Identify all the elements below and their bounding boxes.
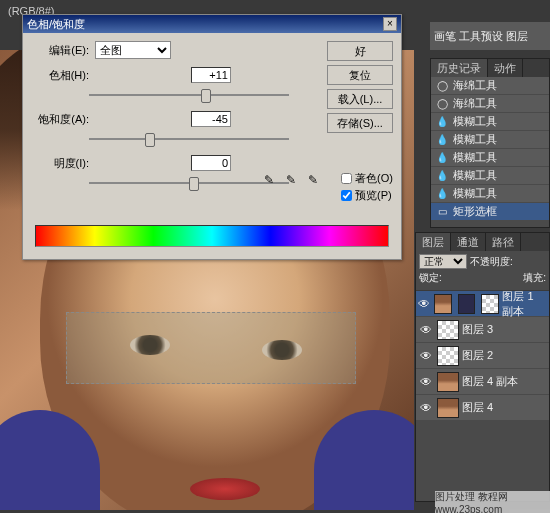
history-item-label: 海绵工具 bbox=[453, 78, 497, 93]
watermark: 图片处理 教程网 www.23ps.com bbox=[435, 491, 550, 513]
history-item-label: 模糊工具 bbox=[453, 132, 497, 147]
history-item[interactable]: 💧模糊工具 bbox=[431, 131, 549, 149]
history-item[interactable]: 💧模糊工具 bbox=[431, 185, 549, 203]
color-spectrum bbox=[35, 225, 389, 247]
cancel-button[interactable]: 复位 bbox=[327, 65, 393, 85]
history-tool-icon: 💧 bbox=[435, 115, 449, 129]
edit-label: 编辑(E): bbox=[31, 43, 89, 58]
hue-input[interactable] bbox=[191, 67, 231, 83]
layer-item[interactable]: 👁图层 1 副本 bbox=[416, 291, 549, 317]
dialog-title: 色相/饱和度 bbox=[27, 17, 85, 32]
history-item[interactable]: ◯海绵工具 bbox=[431, 95, 549, 113]
history-tool-icon: 💧 bbox=[435, 151, 449, 165]
lightness-label: 明度(I): bbox=[31, 156, 89, 171]
history-item[interactable]: ◯海绵工具 bbox=[431, 77, 549, 95]
layer-name: 图层 1 副本 bbox=[502, 289, 547, 319]
history-tool-icon: ◯ bbox=[435, 79, 449, 93]
visibility-icon[interactable]: 👁 bbox=[418, 375, 434, 389]
layer-thumbnail bbox=[437, 398, 459, 418]
photo-lips bbox=[190, 478, 260, 500]
options-bar: 画笔 工具预设 图层 bbox=[430, 22, 550, 50]
close-icon[interactable]: × bbox=[383, 17, 397, 31]
dialog-titlebar[interactable]: 色相/饱和度 × bbox=[23, 15, 401, 33]
lightness-slider[interactable] bbox=[89, 177, 289, 189]
layer-thumbnail bbox=[437, 372, 459, 392]
history-item[interactable]: 💧模糊工具 bbox=[431, 167, 549, 185]
history-item-label: 矩形选框 bbox=[453, 204, 497, 219]
colorize-label: 著色(O) bbox=[355, 171, 393, 186]
history-item-label: 模糊工具 bbox=[453, 168, 497, 183]
fill-label: 填充: bbox=[523, 271, 546, 285]
ok-button[interactable]: 好 bbox=[327, 41, 393, 61]
tool-presets-label[interactable]: 画笔 工具预设 图层 bbox=[434, 29, 528, 44]
layer-item[interactable]: 👁图层 4 副本 bbox=[416, 369, 549, 395]
layer-name: 图层 4 bbox=[462, 400, 493, 415]
lightness-input[interactable] bbox=[191, 155, 231, 171]
history-item-label: 海绵工具 bbox=[453, 96, 497, 111]
visibility-icon[interactable]: 👁 bbox=[418, 297, 431, 311]
history-tool-icon: 💧 bbox=[435, 169, 449, 183]
layer-name: 图层 3 bbox=[462, 322, 493, 337]
layer-mask-thumbnail bbox=[458, 294, 476, 314]
history-tool-icon: 💧 bbox=[435, 187, 449, 201]
marquee-selection[interactable] bbox=[66, 312, 356, 384]
saturation-input[interactable] bbox=[191, 111, 231, 127]
history-panel: 历史记录 动作 ◯海绵工具◯海绵工具💧模糊工具💧模糊工具💧模糊工具💧模糊工具💧模… bbox=[430, 58, 550, 228]
history-item-label: 模糊工具 bbox=[453, 186, 497, 201]
layer-name: 图层 4 副本 bbox=[462, 374, 518, 389]
history-tool-icon: ◯ bbox=[435, 97, 449, 111]
layer-thumbnail bbox=[434, 294, 452, 314]
layer-item[interactable]: 👁图层 4 bbox=[416, 395, 549, 421]
hue-label: 色相(H): bbox=[31, 68, 89, 83]
colorize-checkbox[interactable] bbox=[341, 173, 352, 184]
history-item[interactable]: ▭矩形选框 bbox=[431, 203, 549, 221]
tab-history[interactable]: 历史记录 bbox=[431, 59, 488, 77]
layer-thumbnail bbox=[437, 346, 459, 366]
visibility-icon[interactable]: 👁 bbox=[418, 323, 434, 337]
visibility-icon[interactable]: 👁 bbox=[418, 401, 434, 415]
hue-saturation-dialog: 色相/饱和度 × 编辑(E): 全图 色相(H): 饱和度(A): 明度(I):… bbox=[22, 14, 402, 260]
layer-item[interactable]: 👁图层 2 bbox=[416, 343, 549, 369]
opacity-label: 不透明度: bbox=[470, 255, 513, 269]
eyedropper-group: ✎ ✎ ✎ bbox=[261, 173, 321, 189]
visibility-icon[interactable]: 👁 bbox=[418, 349, 434, 363]
edit-select[interactable]: 全图 bbox=[95, 41, 171, 59]
preview-label: 预览(P) bbox=[355, 188, 392, 203]
saturation-slider[interactable] bbox=[89, 133, 289, 145]
layer-thumbnail bbox=[437, 320, 459, 340]
eyedropper-icon[interactable]: ✎ bbox=[261, 173, 277, 189]
history-item-label: 模糊工具 bbox=[453, 114, 497, 129]
layer-name: 图层 2 bbox=[462, 348, 493, 363]
save-button[interactable]: 存储(S)... bbox=[327, 113, 393, 133]
eyedropper-add-icon[interactable]: ✎ bbox=[283, 173, 299, 189]
eyedropper-subtract-icon[interactable]: ✎ bbox=[305, 173, 321, 189]
hue-slider[interactable] bbox=[89, 89, 289, 101]
load-button[interactable]: 载入(L)... bbox=[327, 89, 393, 109]
blend-mode-select[interactable]: 正常 bbox=[419, 254, 467, 269]
tab-actions[interactable]: 动作 bbox=[488, 59, 523, 77]
layer-mask-thumbnail bbox=[481, 294, 499, 314]
tab-layers[interactable]: 图层 bbox=[416, 233, 451, 251]
tab-paths[interactable]: 路径 bbox=[486, 233, 521, 251]
preview-checkbox[interactable] bbox=[341, 190, 352, 201]
tab-channels[interactable]: 通道 bbox=[451, 233, 486, 251]
history-item[interactable]: 💧模糊工具 bbox=[431, 113, 549, 131]
history-item[interactable]: 💧模糊工具 bbox=[431, 149, 549, 167]
history-tool-icon: 💧 bbox=[435, 133, 449, 147]
lock-label: 锁定: bbox=[419, 271, 442, 285]
layers-panel: 图层 通道 路径 正常 不透明度: 锁定: 填充: 👁图层 1 副本👁图层 3👁… bbox=[415, 232, 550, 502]
layer-item[interactable]: 👁图层 3 bbox=[416, 317, 549, 343]
history-tool-icon: ▭ bbox=[435, 205, 449, 219]
history-item-label: 模糊工具 bbox=[453, 150, 497, 165]
saturation-label: 饱和度(A): bbox=[31, 112, 89, 127]
